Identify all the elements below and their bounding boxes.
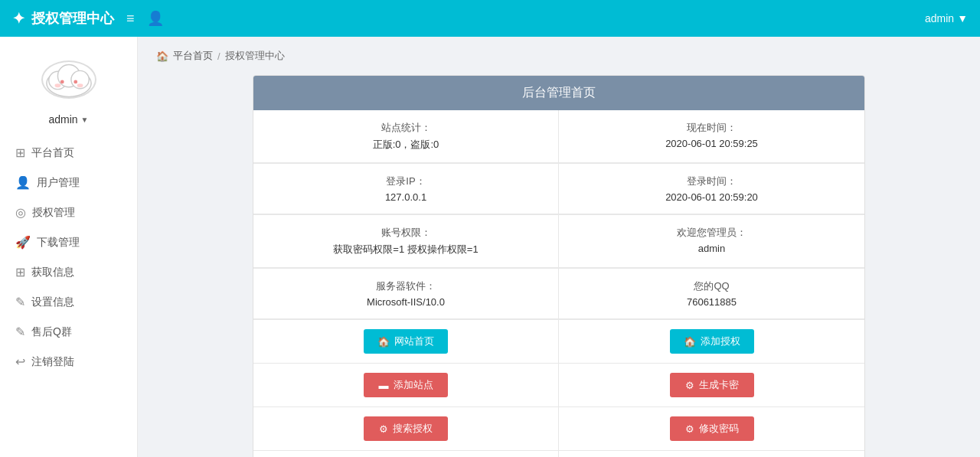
sidebar-item-label: 设置信息 (31, 295, 74, 309)
gen-card-button[interactable]: ⚙ 生成卡密 (670, 373, 754, 397)
change-pwd-icon: ⚙ (685, 423, 694, 435)
qq-value: 760611885 (574, 296, 849, 308)
user-icon[interactable]: 👤 (147, 10, 164, 27)
card-title: 后台管理首页 (522, 86, 596, 99)
login-time-label: 登录时间： (574, 175, 849, 188)
welcome-label: 欢迎您管理员： (574, 226, 849, 240)
login-time-value: 2020-06-01 20:59:20 (574, 191, 849, 203)
cloud-icon (41, 60, 96, 99)
sidebar-item-auth[interactable]: ◎ 授权管理 (0, 197, 137, 227)
sidebar-arrow: ▼ (81, 116, 89, 124)
main-content: 🏠 平台首页 / 授权管理中心 后台管理首页 站点统计： 正版:0，盗版:0 现… (138, 37, 980, 457)
sidebar-item-settings[interactable]: ✎ 设置信息 (0, 287, 137, 317)
sidebar-item-label: 平台首页 (31, 146, 74, 160)
perm-label: 账号权限： (269, 226, 543, 240)
add-site-icon: ▬ (379, 380, 389, 391)
svg-point-6 (54, 83, 60, 87)
info-cell-login-time: 登录时间： 2020-06-01 20:59:20 (559, 164, 864, 214)
sidebar-item-label: 获取信息 (31, 266, 74, 279)
app-logo: ✦ 授权管理中心 (12, 9, 114, 28)
svg-point-5 (74, 80, 77, 83)
card-header: 后台管理首页 (253, 76, 864, 110)
header-admin[interactable]: admin ▼ (925, 12, 968, 24)
add-site-button[interactable]: ▬ 添加站点 (364, 373, 448, 397)
time-value: 2020-06-01 20:59:25 (574, 138, 849, 149)
sidebar-item-fetch[interactable]: ⊞ 获取信息 (0, 257, 137, 287)
btn-cell-user-list: ⚙ 用户列表 (253, 451, 559, 457)
site-stat-value: 正版:0，盗版:0 (269, 138, 543, 152)
fetch-icon: ⊞ (15, 265, 25, 279)
info-cell-login-ip: 登录IP： 127.0.0.1 (253, 164, 559, 214)
add-auth-icon: 🏠 (684, 336, 696, 348)
info-row-4: 服务器软件： Microsoft-IIS/10.0 您的QQ 760611885 (253, 269, 864, 320)
btn-cell-change-pwd: ⚙ 修改密码 (559, 407, 864, 451)
sidebar-item-user[interactable]: 👤 用户管理 (0, 168, 137, 197)
sidebar-item-platform[interactable]: ⊞ 平台首页 (0, 138, 137, 168)
login-ip-label: 登录IP： (269, 175, 543, 188)
server-label: 服务器软件： (269, 279, 543, 293)
btn-cell-add-site: ▬ 添加站点 (253, 364, 559, 407)
avatar (41, 52, 96, 107)
afterq-icon: ✎ (15, 325, 25, 339)
info-row-3: 账号权限： 获取密码权限=1 授权操作权限=1 欢迎您管理员： admin (253, 215, 864, 269)
btn-cell-add-user: ⚙ 添加用户 (559, 451, 864, 457)
breadcrumb: 🏠 平台首页 / 授权管理中心 (156, 49, 962, 63)
sidebar-item-logout[interactable]: ↩ 注销登陆 (0, 347, 137, 377)
info-cell-qq: 您的QQ 760611885 (559, 269, 864, 319)
star-icon: ✦ (12, 9, 25, 28)
layout: admin ▼ ⊞ 平台首页 👤 用户管理 ◎ 授权管理 🚀 下载管理 ⊞ 获 (0, 37, 980, 457)
welcome-value: admin (574, 243, 849, 254)
top-header: ✦ 授权管理中心 ≡ 👤 admin ▼ (0, 0, 980, 37)
platform-icon: ⊞ (15, 145, 25, 160)
menu-icon[interactable]: ≡ (126, 11, 135, 27)
sidebar-item-label: 注销登陆 (31, 355, 74, 369)
btn-cell-search-auth: ⚙ 搜索授权 (253, 407, 559, 451)
gen-card-icon: ⚙ (685, 380, 694, 391)
breadcrumb-home-link[interactable]: 平台首页 (173, 49, 213, 63)
site-stat-label: 站点统计： (269, 121, 543, 135)
info-cell-server: 服务器软件： Microsoft-IIS/10.0 (253, 269, 559, 319)
info-cell-time: 现在时间： 2020-06-01 20:59:25 (559, 110, 864, 163)
btn-cell-gen-card: ⚙ 生成卡密 (559, 364, 864, 407)
header-admin-arrow: ▼ (957, 12, 968, 24)
add-auth-button[interactable]: 🏠 添加授权 (670, 329, 754, 354)
sidebar: admin ▼ ⊞ 平台首页 👤 用户管理 ◎ 授权管理 🚀 下载管理 ⊞ 获 (0, 37, 138, 457)
breadcrumb-current: 授权管理中心 (225, 49, 285, 63)
info-cell-site-stat-label: 站点统计： 正版:0，盗版:0 (253, 110, 559, 163)
header-left: ✦ 授权管理中心 ≡ 👤 (12, 9, 164, 28)
btn-row-4: ⚙ 用户列表 ⚙ 添加用户 (253, 451, 864, 457)
sidebar-item-download[interactable]: 🚀 下载管理 (0, 227, 137, 257)
logout-icon: ↩ (15, 354, 25, 369)
sidebar-item-label: 用户管理 (37, 176, 80, 190)
download-icon: 🚀 (15, 235, 31, 250)
settings-icon: ✎ (15, 295, 25, 309)
info-cell-welcome: 欢迎您管理员： admin (559, 215, 864, 268)
home-btn-icon: 🏠 (377, 336, 390, 348)
btn-row-1: 🏠 网站首页 🏠 添加授权 (253, 320, 864, 364)
sidebar-item-afterq[interactable]: ✎ 售后Q群 (0, 317, 137, 347)
svg-point-4 (60, 80, 64, 83)
login-ip-value: 127.0.0.1 (269, 191, 543, 203)
btn-row-2: ▬ 添加站点 ⚙ 生成卡密 (253, 364, 864, 407)
sidebar-item-label: 授权管理 (32, 206, 75, 220)
website-home-button[interactable]: 🏠 网站首页 (364, 329, 448, 354)
sidebar-username[interactable]: admin ▼ (48, 113, 88, 126)
breadcrumb-home-icon: 🏠 (156, 51, 168, 62)
search-auth-icon: ⚙ (379, 423, 388, 435)
header-admin-label: admin (925, 12, 954, 24)
breadcrumb-sep: / (217, 51, 220, 62)
sidebar-item-label: 下载管理 (37, 236, 80, 250)
auth-icon: ◎ (15, 205, 26, 220)
info-row-2: 登录IP： 127.0.0.1 登录时间： 2020-06-01 20:59:2… (253, 164, 864, 215)
header-icons: ≡ 👤 (126, 10, 164, 27)
search-auth-button[interactable]: ⚙ 搜索授权 (364, 416, 448, 441)
perm-value: 获取密码权限=1 授权操作权限=1 (269, 243, 543, 256)
svg-point-7 (77, 83, 83, 87)
btn-row-3: ⚙ 搜索授权 ⚙ 修改密码 (253, 407, 864, 451)
info-cell-perm: 账号权限： 获取密码权限=1 授权操作权限=1 (253, 215, 559, 268)
sidebar-item-label: 售后Q群 (31, 325, 72, 339)
change-pwd-button[interactable]: ⚙ 修改密码 (670, 416, 754, 441)
qq-label: 您的QQ (574, 279, 849, 293)
user-mgr-icon: 👤 (15, 175, 31, 190)
sidebar-nav: ⊞ 平台首页 👤 用户管理 ◎ 授权管理 🚀 下载管理 ⊞ 获取信息 ✎ 设置信 (0, 138, 137, 377)
